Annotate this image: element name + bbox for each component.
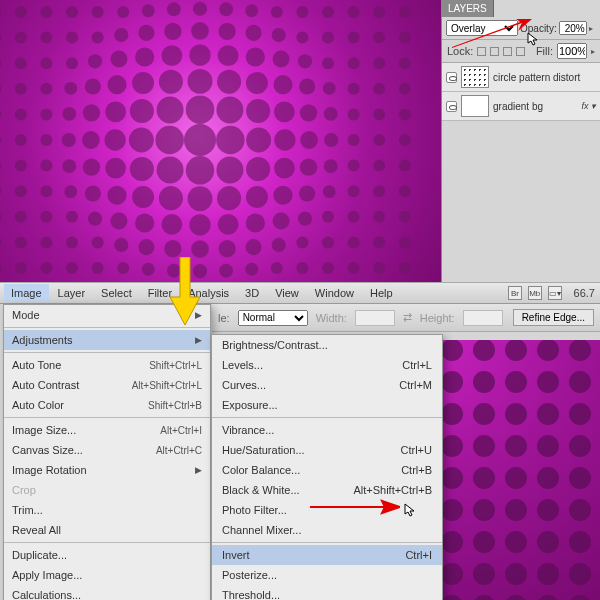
svg-point-183 (322, 236, 334, 248)
svg-point-246 (473, 467, 495, 489)
svg-point-245 (442, 467, 463, 489)
menu-image[interactable]: Image (4, 284, 49, 302)
blend-mode-select[interactable]: Overlay (446, 20, 518, 36)
canvas-document-lower[interactable] (442, 340, 600, 600)
svg-point-64 (322, 57, 334, 69)
menu-item-black-white-[interactable]: Black & White...Alt+Shift+Ctrl+B (212, 480, 442, 500)
options-bar: le: Normal Width: ⇄ Height: Refine Edge.… (212, 304, 600, 332)
svg-point-103 (15, 134, 27, 146)
lock-all-icon[interactable] (516, 47, 525, 56)
svg-point-260 (537, 531, 559, 553)
svg-point-42 (191, 22, 209, 40)
svg-point-107 (104, 129, 125, 150)
svg-point-153 (0, 211, 1, 223)
layer-row[interactable]: gradient bg fx ▾ (442, 92, 600, 121)
menu-item-curves-[interactable]: Curves...Ctrl+M (212, 375, 442, 395)
svg-point-148 (299, 186, 315, 202)
menu-item-exposure-[interactable]: Exposure... (212, 395, 442, 415)
menu-3d[interactable]: 3D (238, 284, 266, 302)
menu-item-adjustments[interactable]: Adjustments▶ (4, 330, 210, 350)
menu-item-threshold-[interactable]: Threshold... (212, 585, 442, 600)
svg-point-73 (107, 75, 126, 94)
menu-item-apply-image-[interactable]: Apply Image... (4, 565, 210, 585)
menu-analysis[interactable]: Analysis (181, 284, 236, 302)
screen-mode-icon[interactable]: ▭▾ (548, 286, 562, 300)
menu-window[interactable]: Window (308, 284, 361, 302)
svg-point-30 (322, 6, 334, 18)
svg-point-255 (569, 499, 591, 521)
svg-point-94 (216, 97, 243, 124)
menu-item-auto-contrast[interactable]: Auto ContrastAlt+Shift+Ctrl+L (4, 375, 210, 395)
fill-label: Fill: (536, 45, 553, 57)
menu-item-color-balance-[interactable]: Color Balance...Ctrl+B (212, 460, 442, 480)
svg-point-37 (66, 32, 78, 44)
menu-item-posterize-[interactable]: Posterize... (212, 565, 442, 585)
menu-item-levels-[interactable]: Levels...Ctrl+L (212, 355, 442, 375)
menu-item-vibrance-[interactable]: Vibrance... (212, 420, 442, 440)
svg-point-242 (537, 435, 559, 457)
svg-point-230 (537, 371, 559, 393)
svg-point-177 (164, 240, 181, 257)
menu-item-hue-saturation-[interactable]: Hue/Saturation...Ctrl+U (212, 440, 442, 460)
visibility-eye-icon[interactable] (446, 101, 457, 112)
layers-tab[interactable]: LAYERS (442, 0, 494, 17)
menu-item-image-size-[interactable]: Image Size...Alt+Ctrl+I (4, 420, 210, 440)
menu-item-auto-color[interactable]: Auto ColorShift+Ctrl+B (4, 395, 210, 415)
menu-item-duplicate-[interactable]: Duplicate... (4, 545, 210, 565)
svg-point-129 (246, 157, 270, 181)
style-select[interactable]: Normal (238, 310, 308, 326)
svg-point-84 (399, 83, 411, 95)
layer-thumbnail[interactable] (461, 95, 489, 117)
menu-help[interactable]: Help (363, 284, 400, 302)
menu-select[interactable]: Select (94, 284, 139, 302)
svg-point-33 (399, 6, 411, 18)
svg-point-27 (245, 4, 258, 17)
menu-layer[interactable]: Layer (51, 284, 93, 302)
svg-point-176 (138, 239, 154, 255)
lock-transparency-icon[interactable] (477, 47, 486, 56)
menu-item-invert[interactable]: InvertCtrl+I (212, 545, 442, 565)
svg-point-62 (273, 50, 290, 67)
menu-item-brightness-contrast-[interactable]: Brightness/Contrast... (212, 335, 442, 355)
menu-item-trim-[interactable]: Trim... (4, 500, 210, 520)
fx-icon[interactable]: fx ▾ (581, 101, 596, 111)
svg-point-118 (399, 134, 411, 146)
opacity-input[interactable] (559, 21, 587, 35)
menu-item-canvas-size-[interactable]: Canvas Size...Alt+Ctrl+C (4, 440, 210, 460)
menu-item-reveal-all[interactable]: Reveal All (4, 520, 210, 540)
swap-icon[interactable]: ⇄ (403, 311, 412, 324)
svg-point-152 (399, 185, 411, 197)
layer-thumbnail[interactable] (461, 66, 489, 88)
svg-point-104 (40, 134, 52, 146)
menu-item-auto-tone[interactable]: Auto ToneShift+Ctrl+L (4, 355, 210, 375)
visibility-eye-icon[interactable] (446, 72, 457, 83)
menu-view[interactable]: View (268, 284, 306, 302)
svg-point-91 (130, 99, 154, 123)
mini-bridge-icon[interactable]: Mb (528, 286, 542, 300)
menu-item-photo-filter-[interactable]: Photo Filter... (212, 500, 442, 520)
refine-edge-button[interactable]: Refine Edge... (513, 309, 594, 326)
svg-point-40 (138, 25, 154, 41)
chevron-down-icon[interactable]: ▸ (591, 47, 595, 56)
menu-item-channel-mixer-[interactable]: Channel Mixer... (212, 520, 442, 540)
menu-filter[interactable]: Filter (141, 284, 179, 302)
layer-row[interactable]: circle pattern distort (442, 63, 600, 92)
opacity-label: Opacity: (520, 23, 557, 34)
canvas-document[interactable] (0, 0, 441, 282)
chevron-down-icon[interactable]: ▸ (589, 24, 593, 33)
menu-item-mode[interactable]: Mode▶ (4, 305, 210, 325)
svg-point-227 (442, 371, 463, 393)
bridge-icon[interactable]: Br (508, 286, 522, 300)
svg-point-159 (135, 213, 154, 232)
svg-point-239 (442, 435, 463, 457)
lock-pixels-icon[interactable] (490, 47, 499, 56)
svg-point-170 (0, 236, 1, 248)
svg-point-161 (189, 214, 210, 235)
lock-position-icon[interactable] (503, 47, 512, 56)
svg-point-258 (473, 531, 495, 553)
svg-point-87 (40, 108, 52, 120)
menu-item-image-rotation[interactable]: Image Rotation▶ (4, 460, 210, 480)
svg-point-43 (218, 23, 235, 40)
menu-item-calculations-[interactable]: Calculations... (4, 585, 210, 600)
fill-input[interactable] (557, 43, 587, 59)
